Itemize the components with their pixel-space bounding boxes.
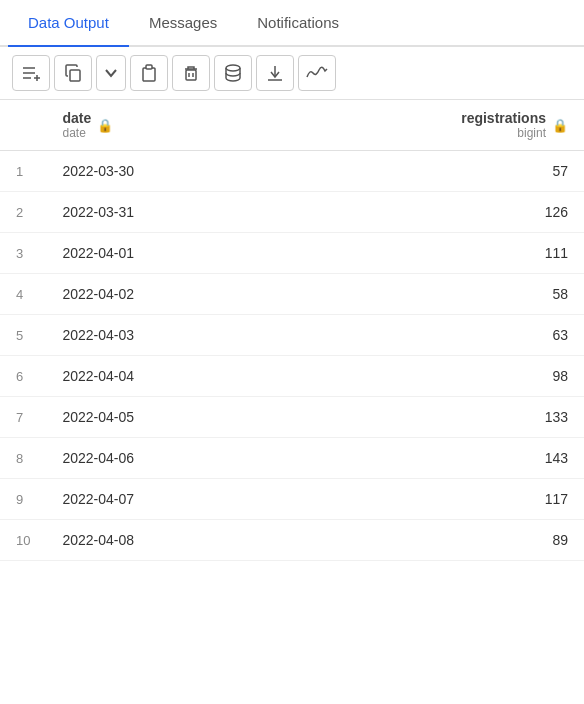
date-cell: 2022-04-03 [46, 315, 276, 356]
row-num-header [0, 100, 46, 151]
add-column-icon [21, 63, 41, 83]
table-row: 82022-04-06143 [0, 438, 584, 479]
row-number: 6 [0, 356, 46, 397]
registrations-cell: 57 [276, 151, 584, 192]
registrations-cell: 117 [276, 479, 584, 520]
database-button[interactable] [214, 55, 252, 91]
row-number: 8 [0, 438, 46, 479]
table-body: 12022-03-305722022-03-3112632022-04-0111… [0, 151, 584, 561]
row-number: 9 [0, 479, 46, 520]
dropdown-button[interactable] [96, 55, 126, 91]
svg-rect-6 [143, 68, 155, 81]
row-number: 1 [0, 151, 46, 192]
copy-icon [63, 63, 83, 83]
add-column-button[interactable] [12, 55, 50, 91]
date-cell: 2022-04-08 [46, 520, 276, 561]
registrations-lock-icon: 🔒 [552, 118, 568, 133]
row-number: 4 [0, 274, 46, 315]
row-number: 10 [0, 520, 46, 561]
registrations-column-header: registrations bigint 🔒 [276, 100, 584, 151]
row-number: 7 [0, 397, 46, 438]
date-column-header: date date 🔒 [46, 100, 276, 151]
table-row: 92022-04-07117 [0, 479, 584, 520]
data-table: date date 🔒 registrations bigint 🔒 [0, 100, 584, 561]
registrations-cell: 63 [276, 315, 584, 356]
database-icon [223, 63, 243, 83]
download-icon [265, 63, 285, 83]
svg-rect-5 [70, 70, 80, 81]
table-row: 62022-04-0498 [0, 356, 584, 397]
download-button[interactable] [256, 55, 294, 91]
table-header-row: date date 🔒 registrations bigint 🔒 [0, 100, 584, 151]
table-row: 52022-04-0363 [0, 315, 584, 356]
date-cell: 2022-04-04 [46, 356, 276, 397]
registrations-cell: 133 [276, 397, 584, 438]
registrations-cell: 111 [276, 233, 584, 274]
svg-rect-8 [186, 70, 196, 80]
data-table-container: date date 🔒 registrations bigint 🔒 [0, 100, 584, 561]
row-number: 5 [0, 315, 46, 356]
registrations-cell: 126 [276, 192, 584, 233]
date-cell: 2022-04-07 [46, 479, 276, 520]
table-row: 12022-03-3057 [0, 151, 584, 192]
date-cell: 2022-04-05 [46, 397, 276, 438]
svg-rect-7 [146, 65, 152, 69]
table-row: 32022-04-01111 [0, 233, 584, 274]
date-cell: 2022-04-02 [46, 274, 276, 315]
date-cell: 2022-03-31 [46, 192, 276, 233]
tab-notifications[interactable]: Notifications [237, 0, 359, 45]
trash-icon [181, 63, 201, 83]
svg-point-11 [226, 65, 240, 71]
clipboard-icon [139, 63, 159, 83]
tab-data-output[interactable]: Data Output [8, 0, 129, 45]
toolbar [0, 47, 584, 100]
tab-bar: Data Output Messages Notifications [0, 0, 584, 47]
row-number: 2 [0, 192, 46, 233]
date-cell: 2022-04-01 [46, 233, 276, 274]
registrations-cell: 58 [276, 274, 584, 315]
chart-button[interactable] [298, 55, 336, 91]
row-number: 3 [0, 233, 46, 274]
table-row: 102022-04-0889 [0, 520, 584, 561]
registrations-cell: 98 [276, 356, 584, 397]
tab-messages[interactable]: Messages [129, 0, 237, 45]
paste-button[interactable] [130, 55, 168, 91]
registrations-cell: 89 [276, 520, 584, 561]
date-cell: 2022-04-06 [46, 438, 276, 479]
copy-button[interactable] [54, 55, 92, 91]
chevron-down-icon [104, 66, 118, 80]
table-row: 72022-04-05133 [0, 397, 584, 438]
date-cell: 2022-03-30 [46, 151, 276, 192]
chart-icon [306, 65, 328, 81]
delete-button[interactable] [172, 55, 210, 91]
date-lock-icon: 🔒 [97, 118, 113, 133]
table-row: 22022-03-31126 [0, 192, 584, 233]
table-row: 42022-04-0258 [0, 274, 584, 315]
registrations-cell: 143 [276, 438, 584, 479]
